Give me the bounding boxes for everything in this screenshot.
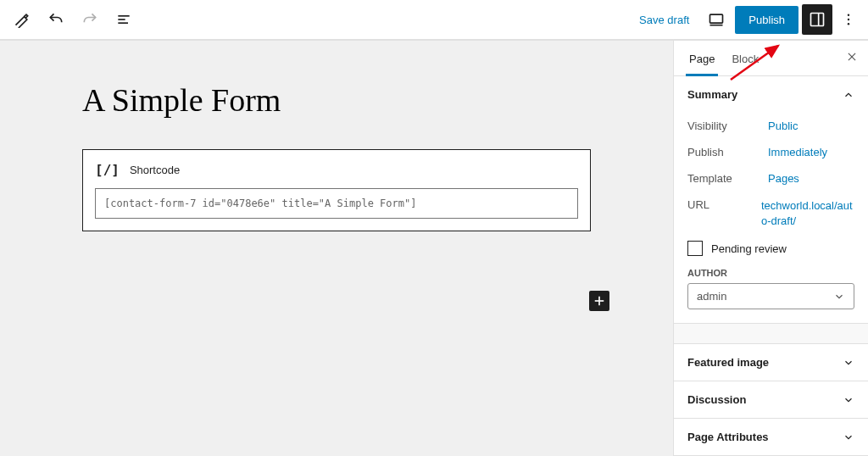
save-draft-button[interactable]: Save draft [631, 7, 698, 33]
inspector-sidebar: Page Block Summary Visibility Public Pub… [673, 41, 868, 456]
panel-summary-title: Summary [687, 88, 737, 101]
document-overview-button[interactable] [108, 4, 139, 35]
top-toolbar: Save draft Publish [0, 0, 868, 41]
options-button[interactable] [836, 4, 861, 35]
checkbox-icon [687, 241, 703, 256]
editor-canvas: A Simple Form [/] Shortcode [0, 41, 673, 456]
template-value[interactable]: Pages [768, 172, 799, 185]
svg-rect-5 [811, 14, 824, 26]
template-label: Template [687, 172, 768, 185]
settings-toggle-button[interactable] [802, 4, 832, 35]
add-block-button[interactable] [589, 291, 609, 311]
inspector-tabs: Page Block [674, 41, 868, 76]
visibility-value[interactable]: Public [768, 120, 798, 132]
panel-page-attributes-title: Page Attributes [687, 431, 769, 443]
author-label: AUTHOR [687, 268, 854, 283]
shortcode-header: [/] Shortcode [95, 162, 578, 178]
panel-discussion-title: Discussion [687, 393, 746, 406]
panel-page-attributes-header[interactable]: Page Attributes [674, 419, 868, 455]
visibility-label: Visibility [687, 120, 768, 132]
panel-featured-image-header[interactable]: Featured image [674, 344, 868, 381]
chevron-up-icon [843, 89, 854, 101]
panel-featured-image: Featured image [674, 344, 868, 381]
svg-rect-3 [710, 14, 723, 23]
redo-button[interactable] [75, 4, 105, 35]
author-select[interactable]: admin [687, 283, 854, 309]
svg-point-7 [848, 14, 849, 16]
shortcode-input[interactable] [95, 188, 578, 219]
undo-button[interactable] [41, 4, 71, 35]
panel-summary-header[interactable]: Summary [674, 76, 868, 113]
chevron-down-icon [833, 291, 845, 303]
preview-button[interactable] [701, 4, 732, 35]
author-value: admin [697, 290, 726, 303]
close-inspector-button[interactable] [843, 51, 861, 66]
publish-value[interactable]: Immediately [768, 146, 827, 158]
tools-button[interactable] [7, 4, 37, 35]
chevron-down-icon [843, 431, 854, 443]
shortcode-icon: [/] [95, 162, 120, 178]
tab-page[interactable]: Page [681, 41, 723, 75]
chevron-down-icon [843, 357, 854, 369]
url-label: URL [687, 198, 761, 229]
publish-button[interactable]: Publish [735, 6, 798, 34]
pending-review-checkbox[interactable]: Pending review [687, 236, 854, 268]
tab-block[interactable]: Block [723, 41, 767, 75]
panel-discussion: Discussion [674, 381, 868, 419]
panel-summary: Summary Visibility Public Publish Immedi… [674, 76, 868, 324]
panel-discussion-header[interactable]: Discussion [674, 381, 868, 418]
shortcode-block[interactable]: [/] Shortcode [82, 149, 591, 231]
page-title[interactable]: A Simple Form [82, 81, 591, 119]
svg-point-8 [848, 19, 849, 20]
svg-point-9 [848, 23, 849, 25]
url-value[interactable]: techworld.local/auto-draft/ [761, 198, 854, 229]
pending-review-label: Pending review [711, 242, 787, 255]
toolbar-right: Save draft Publish [631, 4, 861, 35]
panel-spacer [674, 324, 868, 344]
panel-featured-image-title: Featured image [687, 356, 769, 369]
toolbar-left [7, 4, 139, 35]
shortcode-label: Shortcode [130, 164, 180, 176]
panel-page-attributes: Page Attributes [674, 419, 868, 456]
chevron-down-icon [843, 394, 854, 406]
publish-label: Publish [687, 146, 768, 158]
